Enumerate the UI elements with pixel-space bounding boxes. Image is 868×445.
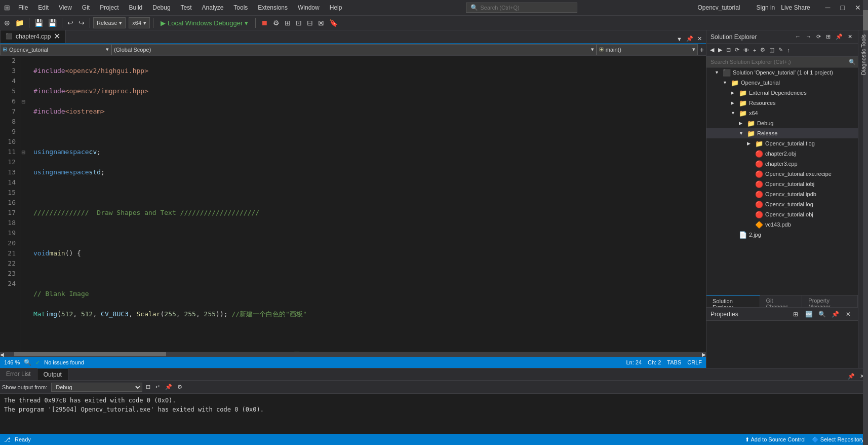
menu-view[interactable]: View xyxy=(55,3,76,12)
menu-extensions[interactable]: Extensions xyxy=(254,3,292,12)
run-debugger-btn[interactable]: ▶ Local Windows Debugger ▾ xyxy=(156,18,252,28)
add-to-source-btn[interactable]: ⬆ Add to Source Control xyxy=(745,436,806,443)
se-close-btn[interactable]: ✕ xyxy=(846,33,854,41)
diagnostic-label[interactable]: Diagnostic Tools xyxy=(860,34,866,75)
prop-category-btn[interactable]: ⊞ xyxy=(790,309,801,320)
addr-bar-plus-btn[interactable]: + xyxy=(698,45,706,55)
tree-obj[interactable]: 🔴 Opencv_tutorial.obj xyxy=(706,209,858,219)
menu-build[interactable]: Build xyxy=(125,3,147,12)
tree-ext-deps[interactable]: ▶ 📁 External Dependencies xyxy=(706,88,858,98)
redo-btn[interactable]: ↪ xyxy=(76,18,87,28)
select-repository-btn[interactable]: 🔷 Select Repository xyxy=(812,436,864,443)
collapse-namespace[interactable]: ⊟ xyxy=(20,96,26,106)
prop-search-btn[interactable]: 🔍 xyxy=(816,309,827,320)
output-clear-btn[interactable]: ⊟ xyxy=(144,383,152,391)
menu-tools[interactable]: Tools xyxy=(229,3,252,12)
toolbar-btn-extra3[interactable]: ⊡ xyxy=(294,18,304,28)
se-sync-btn[interactable]: ⟳ xyxy=(815,33,822,41)
tree-solution[interactable]: ▼ ⬛ Solution 'Opencv_tutorial' (1 of 1 p… xyxy=(706,67,858,78)
se-scope-up[interactable]: ↑ xyxy=(785,47,792,54)
line-endings-indicator[interactable]: CRLF xyxy=(687,359,702,365)
tab-chapter4[interactable]: ⬛ chapter4.cpp ✕ xyxy=(0,30,66,43)
se-nav-forward[interactable]: ▶ xyxy=(717,46,724,54)
menu-file[interactable]: File xyxy=(14,3,32,12)
se-open-editor[interactable]: ✎ xyxy=(777,46,784,54)
prop-alpha-btn[interactable]: 🔤 xyxy=(803,309,814,320)
solution-search-input[interactable] xyxy=(708,58,849,66)
maximize-button[interactable]: □ xyxy=(838,4,848,12)
tree-release[interactable]: ▼ 📁 Release xyxy=(706,128,858,138)
tree-debug[interactable]: ▶ 📁 Debug xyxy=(706,118,858,128)
se-nav-back[interactable]: ◀ xyxy=(708,46,716,54)
tree-log[interactable]: 🔴 Opencv_tutorial.log xyxy=(706,199,858,209)
tab-panel-pin-btn[interactable]: 📌 xyxy=(684,34,695,43)
tab-property-manager[interactable]: Property Manager xyxy=(802,295,858,307)
tree-project[interactable]: ▼ 📁 Opencv_tutorial xyxy=(706,78,858,88)
se-pin-btn[interactable]: 📌 xyxy=(834,33,844,41)
tab-panel-arrow-btn[interactable]: ▼ xyxy=(675,35,684,43)
output-settings-btn[interactable]: ⚙ xyxy=(176,383,184,391)
toolbar-btn-extra1[interactable]: ⚙ xyxy=(271,18,282,28)
search-box[interactable]: 🔍 xyxy=(466,3,577,13)
horizontal-scrollbar[interactable]: ◀ ▶ xyxy=(0,352,706,357)
se-filter-btn[interactable]: ⊞ xyxy=(824,33,832,41)
open-btn[interactable]: 📁 xyxy=(13,18,26,28)
h-scrollbar-thumb[interactable] xyxy=(14,352,166,356)
search-input[interactable] xyxy=(480,5,561,11)
toolbar-btn-extra2[interactable]: ⊞ xyxy=(283,18,293,28)
se-new-solution-explorer[interactable]: + xyxy=(752,47,758,54)
menu-debug[interactable]: Debug xyxy=(148,3,174,12)
toolbar-btn-extra4[interactable]: ⊟ xyxy=(305,18,315,28)
output-pin2-btn[interactable]: 📌 xyxy=(164,383,174,391)
tree-x64[interactable]: ▼ 📁 x64 xyxy=(706,108,858,118)
zoom-level[interactable]: 146 % xyxy=(4,359,20,365)
platform-dropdown[interactable]: x64 ▾ xyxy=(129,17,150,28)
scope-left-dropdown[interactable]: ⊞ Opencv_tutorial ▾ xyxy=(0,44,111,55)
menu-project[interactable]: Project xyxy=(96,3,123,12)
tab-panel-close-btn[interactable]: ✕ xyxy=(695,34,704,43)
tab-output[interactable]: Output xyxy=(37,368,68,380)
se-collapse-all[interactable]: ⊟ xyxy=(725,46,732,54)
config-dropdown[interactable]: Release ▾ xyxy=(93,17,126,28)
code-content[interactable]: #include <opencv2/highgui.hpp> #include … xyxy=(27,56,706,352)
toolbar-btn-extra6[interactable]: 🔖 xyxy=(327,18,340,28)
output-source-select[interactable]: Debug xyxy=(51,383,142,392)
stop-btn[interactable]: ⏹ xyxy=(259,18,270,28)
save-btn[interactable]: 💾 xyxy=(32,18,45,28)
save-all-btn[interactable]: 💾 xyxy=(46,18,59,28)
new-file-btn[interactable]: ⊕ xyxy=(2,18,12,28)
scope-fn-dropdown[interactable]: ⊞ main() ▾ xyxy=(597,44,698,55)
close-button[interactable]: ✕ xyxy=(852,4,864,12)
se-refresh[interactable]: ⟳ xyxy=(733,46,741,54)
live-share-btn[interactable]: Live Share xyxy=(781,4,810,11)
tree-exerecipe[interactable]: 🔴 Opencv_tutorial.exe.recipe xyxy=(706,169,858,179)
tab-git-changes[interactable]: Git Changes xyxy=(760,295,803,307)
tree-tlog[interactable]: ▶ 📁 Opencv_tutorial.tlog xyxy=(706,138,858,149)
undo-btn[interactable]: ↩ xyxy=(65,18,75,28)
menu-window[interactable]: Window xyxy=(294,3,324,12)
h-scroll-left-btn[interactable]: ◀ xyxy=(0,352,4,357)
tabs-indicator[interactable]: TABS xyxy=(667,359,681,365)
tree-iobj[interactable]: 🔴 Opencv_tutorial.iobj xyxy=(706,179,858,189)
se-preview[interactable]: ◫ xyxy=(768,46,776,54)
solution-search[interactable]: 🔍 xyxy=(706,57,858,67)
prop-pin-btn[interactable]: 📌 xyxy=(830,309,841,320)
collapse-main[interactable]: ⊟ xyxy=(20,147,26,157)
menu-analyze[interactable]: Analyze xyxy=(198,3,228,12)
menu-edit[interactable]: Edit xyxy=(34,3,53,12)
scope-right-dropdown[interactable]: (Global Scope) ▾ xyxy=(111,44,597,55)
prop-close-btn[interactable]: ✕ xyxy=(843,309,854,320)
tab-solution-explorer[interactable]: Solution Explorer xyxy=(706,295,760,307)
tree-2jpg[interactable]: 📄 2.jpg xyxy=(706,230,858,240)
menu-git[interactable]: Git xyxy=(78,3,94,12)
tree-chapter3cpp[interactable]: 🔴 chapter3.cpp xyxy=(706,159,858,169)
tree-chapter2obj[interactable]: 🔴 chapter2.obj xyxy=(706,149,858,159)
se-show-all[interactable]: 👁 xyxy=(742,47,751,54)
output-pin-btn[interactable]: 📌 xyxy=(846,373,856,380)
menu-test[interactable]: Test xyxy=(177,3,196,12)
se-forward-btn[interactable]: → xyxy=(804,33,813,41)
zoom-icon[interactable]: 🔍 xyxy=(24,359,31,366)
toolbar-btn-extra5[interactable]: ⊠ xyxy=(316,18,326,28)
tree-pdb[interactable]: 🔶 vc143.pdb xyxy=(706,219,858,230)
tab-error-list[interactable]: Error List xyxy=(0,368,37,380)
